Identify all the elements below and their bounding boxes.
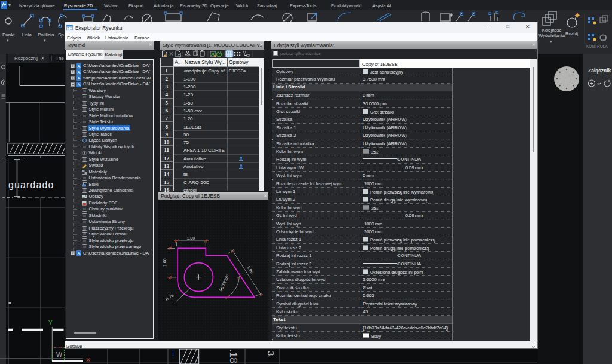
svg-text:1.00: 1.00: [163, 258, 167, 267]
svg-text:1.00: 1.00: [187, 236, 195, 240]
svg-text:✕: ✕: [85, 356, 91, 363]
svg-text:W: W: [56, 351, 62, 358]
svg-text:.18: .18: [228, 349, 239, 363]
svg-text:3.: 3.: [266, 351, 276, 359]
svg-text:R.75: R.75: [165, 293, 175, 302]
svg-text:Y: Y: [48, 320, 53, 326]
svg-text:1.80: 1.80: [246, 265, 254, 274]
svg-text:56°18'36": 56°18'36": [219, 274, 230, 292]
